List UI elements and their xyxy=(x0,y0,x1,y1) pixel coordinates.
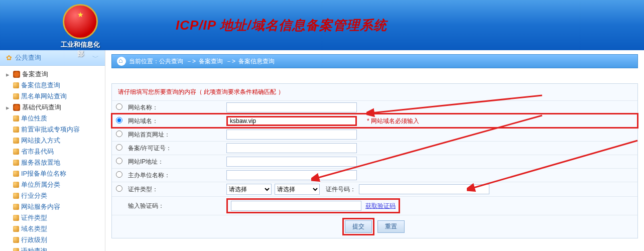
label-ip_addr: 网站IP地址： xyxy=(126,158,226,166)
tree-item[interactable]: 服务器放置地 xyxy=(4,157,105,168)
tree-item[interactable]: 黑名单网站查询 xyxy=(4,91,105,102)
sidebar-section-title: 公共查询 xyxy=(15,53,41,62)
note-site_domain: * 网站域名必须输入 xyxy=(367,117,419,126)
row-record_no: 备案/许可证号： xyxy=(112,141,637,155)
app-title: ICP/IP 地址/域名信息备案管理系统 xyxy=(176,17,387,34)
main-content: 当前位置： 公共查询－>备案查询－>备案信息查询 请仔细填写您所要查询的内容（ … xyxy=(105,50,644,251)
form-actions: 提交 重置 xyxy=(112,215,637,238)
tree-item-label: 单位所属分类 xyxy=(21,180,60,189)
star-icon: ✿ xyxy=(6,54,12,62)
tree-item-label: 单位性质 xyxy=(21,114,47,123)
input-ip_addr[interactable] xyxy=(226,157,357,167)
tree-item-label: 省市县代码 xyxy=(21,147,54,156)
input-org_name[interactable] xyxy=(226,170,357,180)
org-label: 工业和信息化部 xyxy=(60,40,100,58)
input-record_no[interactable] xyxy=(226,143,357,153)
select-cert-type-1[interactable]: 请选择 xyxy=(226,184,272,195)
tree-item[interactable]: 网站服务内容 xyxy=(4,201,105,212)
expand-icon: ▸ xyxy=(6,71,11,78)
tree-group-label: 基础代码查询 xyxy=(22,103,61,112)
label-cert-no: 证件号码： xyxy=(326,185,356,194)
row-org_name: 主办单位名称： xyxy=(112,168,637,182)
radio-site_name[interactable] xyxy=(116,103,122,110)
bullet-icon xyxy=(13,193,19,199)
breadcrumb: 当前位置： 公共查询－>备案查询－>备案信息查询 xyxy=(111,54,638,68)
tree-item-label: 黑名单网站查询 xyxy=(21,92,67,101)
label-record_no: 备案/许可证号： xyxy=(126,144,226,153)
row-site_name: 网站名称： xyxy=(112,100,637,114)
row-site_homepage: 网站首页网址： xyxy=(112,128,637,141)
tree-item[interactable]: 省市县代码 xyxy=(4,146,105,157)
get-captcha-link[interactable]: 获取验证码 xyxy=(365,202,396,210)
tree-item[interactable]: IP报备单位名称 xyxy=(4,168,105,179)
row-cert-type: 证件类型： 请选择 请选择 证件号码： xyxy=(112,182,637,196)
breadcrumb-prefix: 当前位置： xyxy=(129,57,159,66)
bullet-icon xyxy=(13,115,19,121)
label-site_domain: 网站域名： xyxy=(126,117,226,126)
input-site_domain[interactable] xyxy=(226,116,357,126)
bullet-icon xyxy=(13,138,19,144)
sidebar: ✿ 公共查询 ﹀ ▸备案查询备案信息查询黑名单网站查询▸基础代码查询单位性质前置… xyxy=(0,50,105,251)
tree-item-label: 备案信息查询 xyxy=(21,81,60,90)
tree-item[interactable]: 行政级别 xyxy=(4,234,105,245)
row-captcha: 输入验证码： 获取验证码 xyxy=(112,196,637,215)
tree-item-label: 网站服务内容 xyxy=(21,202,60,211)
bullet-icon xyxy=(13,215,19,221)
label-cert-type: 证件类型： xyxy=(126,185,226,194)
national-emblem: ★ 工业和信息化部 xyxy=(60,4,100,44)
reset-button[interactable]: 重置 xyxy=(377,220,405,233)
query-form: 请仔细填写您所要查询的内容（ 此项查询要求条件精确匹配 ） 网站名称：网站域名：… xyxy=(111,83,638,238)
tree-item[interactable]: 网站接入方式 xyxy=(4,135,105,146)
home-icon[interactable] xyxy=(117,57,126,66)
tree-item-label: 证件类型 xyxy=(21,213,47,222)
radio-site_domain[interactable] xyxy=(116,117,122,123)
tree-item[interactable]: 域名类型 xyxy=(4,223,105,234)
tree-item[interactable]: 证件类型 xyxy=(4,212,105,223)
label-site_name: 网站名称： xyxy=(126,103,226,112)
label-site_homepage: 网站首页网址： xyxy=(126,131,226,139)
submit-button[interactable]: 提交 xyxy=(345,220,372,233)
tree-item-label: 域名类型 xyxy=(21,224,47,233)
gear-icon xyxy=(13,71,20,78)
tree-item[interactable]: 单位性质 xyxy=(4,113,105,124)
select-cert-type-2[interactable]: 请选择 xyxy=(275,184,320,195)
tree-group[interactable]: ▸备案查询 xyxy=(4,69,105,80)
breadcrumb-sep: －> xyxy=(226,58,235,65)
tree-item[interactable]: 语种查询 xyxy=(4,245,105,251)
expand-icon: ▸ xyxy=(6,104,11,111)
input-captcha[interactable] xyxy=(231,201,361,211)
tree-item-label: 语种查询 xyxy=(21,246,47,251)
radio-ip_addr[interactable] xyxy=(116,158,122,164)
tree-item-label: 网站接入方式 xyxy=(21,136,60,145)
row-site_domain: 网站域名：* 网站域名必须输入 xyxy=(112,114,637,128)
gear-icon xyxy=(13,104,20,111)
tree-item[interactable]: 行业分类 xyxy=(4,190,105,201)
bullet-icon xyxy=(13,160,19,166)
tree-group[interactable]: ▸基础代码查询 xyxy=(4,102,105,113)
breadcrumb-item[interactable]: 公共查询 xyxy=(159,58,183,65)
tree-item[interactable]: 前置审批或专项内容 xyxy=(4,124,105,135)
tree-group-label: 备案查询 xyxy=(22,70,48,79)
bullet-icon xyxy=(13,182,19,188)
bullet-icon xyxy=(13,149,19,155)
bullet-icon xyxy=(13,82,19,88)
tree-item-label: 服务器放置地 xyxy=(21,158,60,167)
tree-item[interactable]: 备案信息查询 xyxy=(4,80,105,91)
radio-record_no[interactable] xyxy=(116,144,122,151)
input-cert-no[interactable] xyxy=(359,184,489,194)
app-header: ★ 工业和信息化部 ICP/IP 地址/域名信息备案管理系统 xyxy=(0,0,644,50)
label-org_name: 主办单位名称： xyxy=(126,171,226,180)
radio-site_homepage[interactable] xyxy=(116,131,122,137)
radio-cert-type[interactable] xyxy=(116,185,122,192)
tree-item-label: 前置审批或专项内容 xyxy=(21,125,80,134)
sidebar-tree: ▸备案查询备案信息查询黑名单网站查询▸基础代码查询单位性质前置审批或专项内容网站… xyxy=(0,66,105,251)
tree-item-label: 行政级别 xyxy=(21,235,47,244)
input-site_name[interactable] xyxy=(226,102,357,112)
label-captcha: 输入验证码： xyxy=(126,202,226,210)
captcha-highlight: 获取验证码 xyxy=(226,198,400,213)
radio-org_name[interactable] xyxy=(116,171,122,178)
tree-item[interactable]: 单位所属分类 xyxy=(4,179,105,190)
input-site_homepage[interactable] xyxy=(226,130,357,140)
breadcrumb-item[interactable]: 备案查询 xyxy=(199,58,223,65)
bullet-icon xyxy=(13,237,19,243)
